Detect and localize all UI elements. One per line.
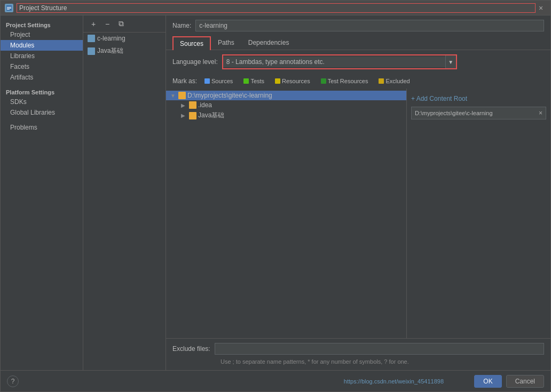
- sidebar-item-project[interactable]: Project: [1, 29, 83, 40]
- project-settings-heading: Project Settings: [1, 20, 83, 29]
- tree-panel: ▼ D:\myprojects\gitee\c-learning ▶ .idea: [166, 89, 406, 338]
- module-toolbar: + − ⧉: [83, 15, 166, 33]
- tree-item-java-basics[interactable]: ▶ Java基础: [166, 110, 406, 121]
- sidebar-item-modules[interactable]: Modules: [1, 40, 83, 51]
- language-level-wrapper: 8 - Lambdas, type annotations etc.7 - Di…: [222, 54, 457, 69]
- language-level-label: Language level:: [172, 58, 218, 66]
- ok-button[interactable]: OK: [474, 375, 501, 388]
- module-list-panel: + − ⧉ c-learning Java基础: [83, 15, 166, 370]
- mark-as-excluded-button[interactable]: Excluded: [375, 77, 413, 85]
- content-root-close-button[interactable]: ×: [539, 109, 542, 117]
- tree-arrow-idea: ▶: [181, 102, 187, 108]
- platform-settings-heading: Platform Settings: [1, 87, 83, 97]
- sources-dot: [204, 78, 210, 84]
- module-folder-icon: [88, 35, 95, 42]
- excluded-dot: [379, 78, 384, 84]
- exclude-hint: Use ; to separate name patterns, * for a…: [172, 358, 544, 366]
- mark-as-tests-button[interactable]: Tests: [240, 77, 267, 85]
- language-level-row: Language level: 8 - Lambdas, type annota…: [166, 50, 550, 74]
- svg-rect-1: [7, 7, 11, 7]
- exclude-input[interactable]: [215, 343, 544, 355]
- sidebar-item-problems[interactable]: Problems: [1, 122, 83, 133]
- close-button[interactable]: ×: [536, 3, 546, 13]
- module-detail-panel: Name: Sources Paths Dependencies Languag…: [166, 15, 550, 370]
- mark-as-row: Mark as: Sources Tests Resources: [166, 74, 550, 89]
- footer: ? https://blog.csdn.net/weixin_45411898 …: [1, 370, 550, 391]
- mark-as-test-resources-button[interactable]: Test Resources: [318, 77, 372, 85]
- mark-as-resources-button[interactable]: Resources: [272, 77, 313, 85]
- remove-module-button[interactable]: −: [101, 18, 113, 30]
- language-level-select[interactable]: 8 - Lambdas, type annotations etc.7 - Di…: [223, 57, 445, 67]
- title-bar: Project Structure ×: [1, 1, 550, 15]
- tab-sources[interactable]: Sources: [172, 36, 211, 50]
- footer-url: https://blog.csdn.net/weixin_45411898: [344, 378, 444, 385]
- exclude-row: Exclude files:: [172, 343, 544, 355]
- module-item-label-2: Java基础: [97, 46, 123, 55]
- cancel-button[interactable]: Cancel: [506, 375, 544, 388]
- tabs-row: Sources Paths Dependencies: [166, 36, 550, 50]
- help-button[interactable]: ?: [7, 375, 19, 387]
- mark-as-label: Mark as:: [172, 77, 197, 85]
- tree-folder-icon-root: [178, 92, 186, 99]
- module-item-label: c-learning: [97, 35, 125, 42]
- sidebar: Project Settings Project Modules Librari…: [1, 15, 83, 370]
- name-label: Name:: [172, 22, 191, 29]
- name-row: Name:: [166, 15, 550, 36]
- copy-module-button[interactable]: ⧉: [115, 18, 127, 30]
- tab-paths[interactable]: Paths: [211, 36, 241, 50]
- resources-dot: [275, 78, 280, 84]
- language-dropdown-button[interactable]: ▼: [445, 55, 456, 68]
- window-title: Project Structure: [17, 3, 536, 13]
- module-item-java-basics[interactable]: Java基础: [83, 44, 166, 58]
- bottom-section: Exclude files: Use ; to separate name pa…: [166, 338, 550, 370]
- exclude-label: Exclude files:: [172, 345, 210, 353]
- tree-item-java-basics-label: Java基础: [198, 111, 224, 120]
- module-item-c-learning[interactable]: c-learning: [83, 33, 166, 44]
- tree-item-idea-label: .idea: [198, 101, 212, 109]
- tests-dot: [243, 78, 249, 84]
- tree-folder-icon-java-basics: [189, 112, 196, 119]
- module-list: c-learning Java基础: [83, 33, 166, 58]
- name-input[interactable]: [195, 20, 544, 31]
- sidebar-item-sdks[interactable]: SDKs: [1, 97, 83, 107]
- tree-area: ▼ D:\myprojects\gitee\c-learning ▶ .idea: [166, 89, 550, 338]
- content-root-path: D:\myprojects\gitee\c-learning: [415, 110, 493, 116]
- content-root-item: D:\myprojects\gitee\c-learning ×: [411, 107, 546, 119]
- mark-as-sources-button[interactable]: Sources: [201, 77, 236, 85]
- tree-item-root-label: D:\myprojects\gitee\c-learning: [187, 92, 272, 99]
- window-icon: [5, 4, 13, 12]
- main-content: Project Settings Project Modules Librari…: [1, 15, 550, 370]
- tree-item-root[interactable]: ▼ D:\myprojects\gitee\c-learning: [166, 91, 406, 100]
- tab-dependencies[interactable]: Dependencies: [241, 36, 296, 50]
- project-structure-window: Project Structure × Project Settings Pro…: [0, 0, 551, 392]
- test-resources-dot: [321, 78, 326, 84]
- add-module-button[interactable]: +: [88, 18, 99, 30]
- tree-item-idea[interactable]: ▶ .idea: [166, 100, 406, 110]
- tree-arrow-java-basics: ▶: [181, 113, 187, 118]
- sidebar-item-libraries[interactable]: Libraries: [1, 51, 83, 61]
- tree-arrow-root: ▼: [170, 93, 177, 99]
- module-folder-icon-2: [88, 47, 95, 55]
- sidebar-item-artifacts[interactable]: Artifacts: [1, 72, 83, 83]
- sidebar-item-global-libraries[interactable]: Global Libraries: [1, 107, 83, 118]
- svg-rect-3: [7, 9, 10, 10]
- svg-rect-2: [7, 8, 11, 9]
- add-content-root-button[interactable]: + Add Content Root: [411, 93, 546, 105]
- tree-folder-icon-idea: [189, 101, 196, 109]
- right-panel: + Add Content Root D:\myprojects\gitee\c…: [406, 89, 550, 338]
- sidebar-item-facets[interactable]: Facets: [1, 61, 83, 72]
